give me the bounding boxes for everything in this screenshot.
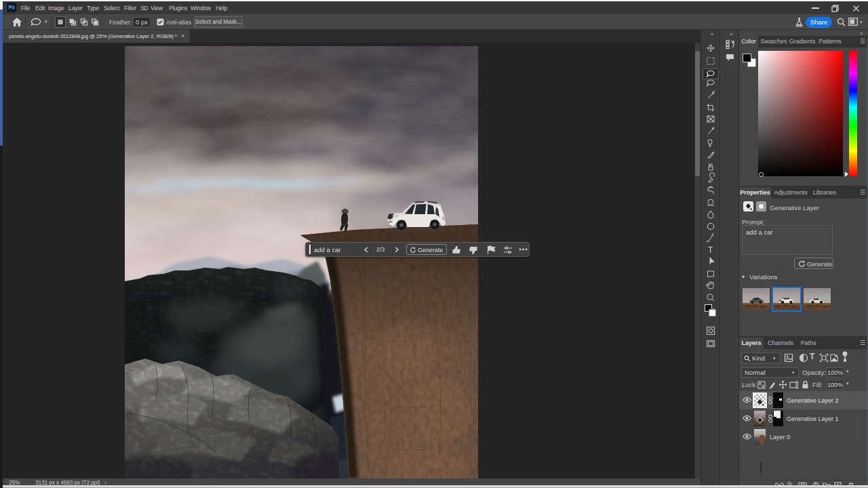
svg-text:T: T	[708, 245, 713, 255]
